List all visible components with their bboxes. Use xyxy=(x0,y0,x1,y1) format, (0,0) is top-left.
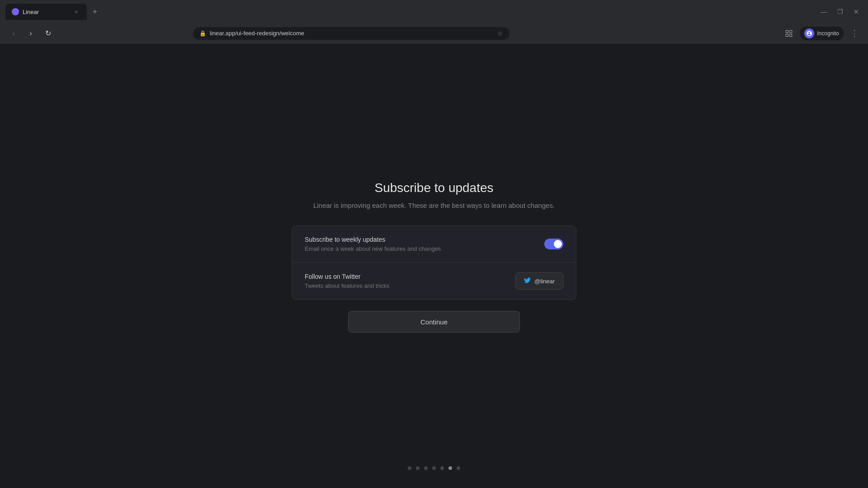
step-indicator xyxy=(408,466,460,470)
weekly-updates-text: Subscribe to weekly updates Email once a… xyxy=(305,236,441,252)
bookmark-star-icon[interactable]: ☆ xyxy=(497,30,503,37)
twitter-handle: @linear xyxy=(534,278,555,285)
forward-button[interactable]: › xyxy=(24,27,37,40)
url-text: linear.app/ui-feed-redesign/welcome xyxy=(210,30,494,37)
browser-chrome: Linear × + — ❐ ✕ ‹ › ↻ 🔒 linear.app/ui-f… xyxy=(0,0,868,43)
step-dot-7 xyxy=(457,466,460,470)
twitter-follow-button[interactable]: @linear xyxy=(515,272,563,290)
maximize-button[interactable]: ❐ xyxy=(834,5,846,18)
svg-rect-0 xyxy=(786,30,788,33)
tab-strip: Linear × + xyxy=(5,4,814,20)
window-controls: — ❐ ✕ xyxy=(817,5,863,18)
tab-title: Linear xyxy=(23,9,69,15)
incognito-label: Incognito xyxy=(817,30,839,37)
twitter-heading: Follow us on Twitter xyxy=(305,273,389,280)
step-dot-5 xyxy=(440,466,444,470)
page-subtitle: Linear is improving each week. These are… xyxy=(313,202,555,209)
new-tab-button[interactable]: + xyxy=(89,5,101,18)
weekly-updates-row: Subscribe to weekly updates Email once a… xyxy=(292,226,576,262)
twitter-description: Tweets about features and tricks xyxy=(305,282,389,289)
minimize-button[interactable]: — xyxy=(817,5,830,18)
page-title: Subscribe to updates xyxy=(374,181,493,195)
weekly-updates-toggle[interactable] xyxy=(544,239,563,249)
extensions-icon[interactable] xyxy=(783,27,795,40)
twitter-row: Follow us on Twitter Tweets about featur… xyxy=(292,262,576,300)
tab-close-button[interactable]: × xyxy=(72,8,80,16)
svg-rect-1 xyxy=(790,30,792,33)
browser-menu-button[interactable]: ⋮ xyxy=(848,27,861,40)
lock-icon: 🔒 xyxy=(199,30,206,37)
page-content: Subscribe to updates Linear is improving… xyxy=(0,43,868,488)
step-dot-2 xyxy=(416,466,420,470)
continue-label: Continue xyxy=(420,318,448,326)
back-button[interactable]: ‹ xyxy=(7,27,20,40)
weekly-updates-description: Email once a week about new features and… xyxy=(305,245,441,252)
tab-favicon xyxy=(12,8,19,15)
address-bar[interactable]: 🔒 linear.app/ui-feed-redesign/welcome ☆ xyxy=(193,27,509,40)
incognito-avatar xyxy=(804,28,814,38)
twitter-icon xyxy=(524,277,531,285)
continue-button[interactable]: Continue xyxy=(348,311,520,333)
close-window-button[interactable]: ✕ xyxy=(850,5,863,18)
toggle-knob xyxy=(554,240,562,248)
nav-right-controls: Incognito ⋮ xyxy=(783,27,861,40)
svg-rect-2 xyxy=(786,34,788,36)
active-tab[interactable]: Linear × xyxy=(5,4,87,20)
step-dot-6 xyxy=(448,466,452,470)
options-card: Subscribe to weekly updates Email once a… xyxy=(292,225,576,300)
svg-rect-3 xyxy=(790,34,792,36)
step-dot-1 xyxy=(408,466,411,470)
weekly-updates-heading: Subscribe to weekly updates xyxy=(305,236,441,243)
step-dot-3 xyxy=(424,466,428,470)
nav-bar: ‹ › ↻ 🔒 linear.app/ui-feed-redesign/welc… xyxy=(0,23,868,43)
step-dot-4 xyxy=(432,466,436,470)
reload-button[interactable]: ↻ xyxy=(42,27,54,40)
twitter-text: Follow us on Twitter Tweets about featur… xyxy=(305,273,389,289)
incognito-button[interactable]: Incognito xyxy=(800,27,844,40)
title-bar: Linear × + — ❐ ✕ xyxy=(0,0,868,23)
